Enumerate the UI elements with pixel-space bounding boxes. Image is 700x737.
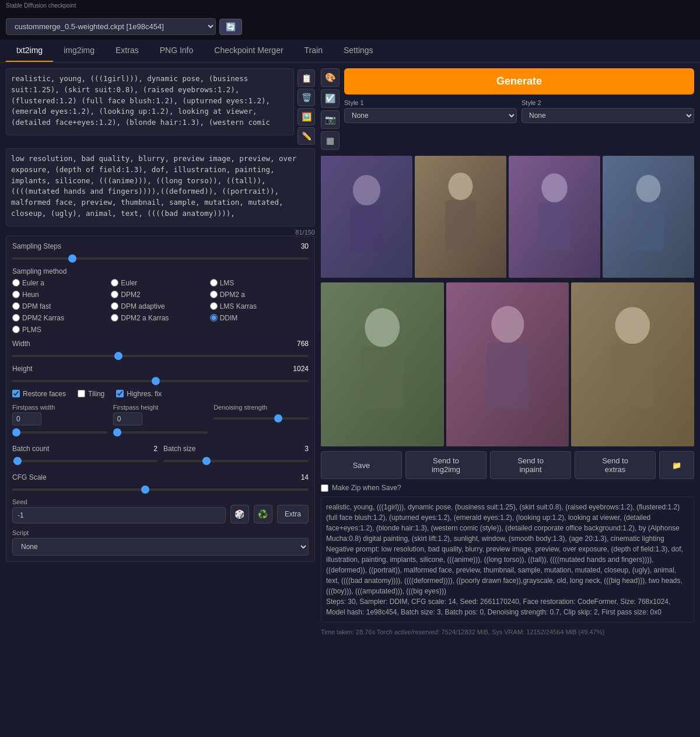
- seed-input[interactable]: -1: [12, 507, 226, 523]
- height-slider[interactable]: [12, 380, 309, 382]
- checkpoint-select[interactable]: custommerge_0.5-weighted.ckpt [1e98c454]: [6, 18, 216, 35]
- radio-lms-karras[interactable]: LMS Karras: [210, 302, 309, 310]
- radio-dpm2-karras[interactable]: DPM2 Karras: [12, 314, 111, 322]
- edit-icon-btn[interactable]: ✏️: [298, 127, 315, 145]
- radio-euler[interactable]: Euler: [111, 279, 209, 287]
- right-panel: 🎨 ☑️ 📷 ▦ Generate Style 1 None: [315, 68, 694, 638]
- radio-dpm-adaptive[interactable]: DPM adaptive: [111, 302, 209, 310]
- svg-rect-5: [445, 200, 475, 250]
- left-panel: realistic, young, (((1girl))), dynamic p…: [6, 68, 315, 638]
- radio-euler-a[interactable]: Euler a: [12, 279, 111, 287]
- image-cell-3[interactable]: [509, 156, 600, 278]
- script-label: Script: [12, 529, 309, 536]
- tab-checkpoint-merger[interactable]: Checkpoint Merger: [204, 40, 293, 62]
- svg-point-1: [353, 175, 380, 205]
- radio-plms[interactable]: PLMS: [12, 326, 111, 334]
- radio-dpm2-a-karras[interactable]: DPM2 a Karras: [111, 314, 209, 322]
- denoising-strength-label: Denoising strength: [214, 404, 309, 411]
- sampling-method-label: Sampling method: [12, 267, 309, 275]
- image-grid-bottom: [321, 282, 694, 446]
- send-to-extras-button[interactable]: Send to extras: [575, 451, 656, 479]
- denoising-strength-slider[interactable]: [214, 417, 309, 420]
- image-cell-7[interactable]: [571, 282, 694, 446]
- svg-rect-17: [487, 343, 528, 408]
- send-to-inpaint-button[interactable]: Send to inpaint: [490, 451, 571, 479]
- radio-dpm2[interactable]: DPM2: [111, 291, 209, 299]
- recycle-button[interactable]: ♻️: [254, 505, 272, 523]
- tab-img2img[interactable]: img2img: [53, 40, 105, 62]
- script-select[interactable]: None: [12, 538, 309, 556]
- batch-size-slider[interactable]: [163, 460, 309, 462]
- sampling-steps-slider-wrap: [12, 253, 309, 261]
- cfg-scale-slider[interactable]: [12, 488, 309, 491]
- firstpass-width-slider[interactable]: [12, 431, 107, 434]
- width-slider[interactable]: [12, 355, 309, 357]
- grid-icon-btn[interactable]: ▦: [321, 131, 340, 150]
- style2-group: Style 2 None: [522, 99, 694, 123]
- image-icon-btn[interactable]: 🖼️: [298, 108, 315, 125]
- firstpass-height-slider[interactable]: [113, 431, 208, 434]
- svg-rect-14: [360, 347, 404, 408]
- right-side-icons: 📋 🗑️ 🖼️ ✏️: [298, 68, 315, 145]
- styles-row: Style 1 None Style 2 None: [344, 99, 694, 123]
- main-content: realistic, young, (((1girl))), dynamic p…: [0, 62, 700, 644]
- svg-point-4: [449, 173, 473, 200]
- height-row: Height 1024: [12, 365, 309, 384]
- batch-count-slider[interactable]: [12, 460, 158, 462]
- radio-dpm2-a[interactable]: DPM2 a: [210, 291, 309, 299]
- send-to-img2img-button[interactable]: Send to img2img: [405, 451, 487, 479]
- tab-txt2img[interactable]: txt2img: [6, 40, 53, 62]
- side-tool-icons: 🎨 ☑️ 📷 ▦: [321, 68, 340, 150]
- sampling-steps-slider[interactable]: [12, 257, 309, 260]
- tab-png-info[interactable]: PNG Info: [149, 40, 204, 62]
- image-cell-4[interactable]: [603, 156, 694, 278]
- extra-button[interactable]: Extra: [277, 505, 309, 523]
- sampling-method-grid: Euler a Euler LMS Heun DPM2: [12, 279, 309, 334]
- firstpass-height-input[interactable]: [113, 413, 142, 425]
- image-cell-6[interactable]: [446, 282, 569, 446]
- tab-settings[interactable]: Settings: [333, 40, 384, 62]
- app-container: Stable Diffusion checkpoint custommerge_…: [0, 0, 700, 644]
- paste-icon-btn[interactable]: 📋: [298, 69, 315, 87]
- batch-size-col: Batch size 3: [163, 445, 309, 467]
- zip-row: Make Zip when Save?: [321, 484, 694, 492]
- negative-prompt-input[interactable]: low resolution, bad quality, blurry, pre…: [11, 153, 310, 219]
- seed-row: Seed -1 🎲 ♻️ Extra: [12, 498, 309, 523]
- make-zip-label: Make Zip when Save?: [332, 484, 401, 492]
- palette-icon-btn[interactable]: 🎨: [321, 68, 340, 87]
- image-cell-1[interactable]: [321, 156, 412, 278]
- folder-icon-button[interactable]: 📁: [659, 451, 694, 479]
- positive-prompt-input[interactable]: realistic, young, (((1girl))), dynamic p…: [11, 74, 289, 128]
- image-cell-5[interactable]: [321, 282, 444, 446]
- firstpass-width-label: Firstpass width: [12, 404, 107, 411]
- trash-icon-btn[interactable]: 🗑️: [298, 89, 315, 106]
- settings-panel: Sampling Steps 30 Sampling method Euler …: [6, 236, 315, 562]
- restore-faces-checkbox[interactable]: Restore faces: [12, 390, 66, 398]
- batch-row: Batch count 2 Batch size 3: [12, 445, 309, 467]
- style1-select[interactable]: None: [344, 108, 517, 123]
- radio-heun[interactable]: Heun: [12, 291, 111, 299]
- tab-extras[interactable]: Extras: [105, 40, 149, 62]
- tiling-checkbox[interactable]: Tiling: [78, 390, 104, 398]
- radio-lms[interactable]: LMS: [210, 279, 309, 287]
- highres-fix-checkbox[interactable]: Highres. fix: [116, 390, 162, 398]
- radio-dpm-fast[interactable]: DPM fast: [12, 302, 111, 310]
- style2-select[interactable]: None: [522, 108, 694, 123]
- batch-size-value: 3: [304, 445, 309, 453]
- positive-prompt-box: realistic, young, (((1girl))), dynamic p…: [6, 68, 294, 135]
- checkbox-icon-btn[interactable]: ☑️: [321, 89, 340, 108]
- sampling-steps-row: Sampling Steps 30: [12, 242, 309, 261]
- firstpass-width-input[interactable]: [12, 413, 41, 425]
- photo-icon-btn[interactable]: 📷: [321, 110, 340, 129]
- generate-button[interactable]: Generate: [344, 68, 694, 95]
- refresh-button[interactable]: 🔄: [219, 19, 242, 35]
- tab-train[interactable]: Train: [294, 40, 333, 62]
- dice-button[interactable]: 🎲: [230, 505, 249, 523]
- image-cell-2[interactable]: [415, 156, 506, 278]
- save-button[interactable]: Save: [321, 451, 402, 479]
- make-zip-checkbox[interactable]: [321, 484, 328, 492]
- image-placeholder-6: [446, 282, 569, 446]
- cfg-scale-value: 14: [301, 473, 309, 481]
- generate-section: 🎨 ☑️ 📷 ▦ Generate Style 1 None: [321, 68, 694, 150]
- radio-ddim[interactable]: DDIM: [210, 314, 309, 322]
